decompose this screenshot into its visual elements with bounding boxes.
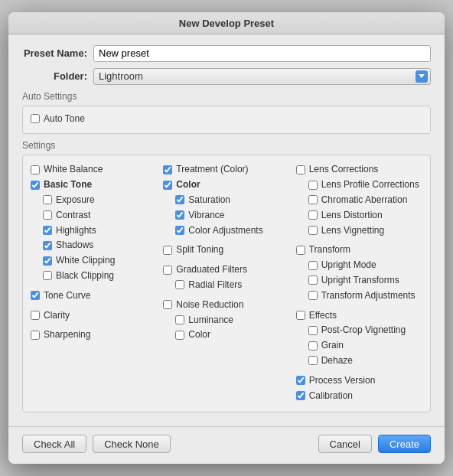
tone-curve-label: Tone Curve [44,289,90,302]
calibration-checkbox[interactable] [296,391,305,400]
luminance-checkbox[interactable] [175,315,184,324]
dehaze-checkbox[interactable] [308,356,318,365]
black-clipping-item: Black Clipping [31,269,157,282]
black-clipping-label: Black Clipping [56,269,114,282]
dehaze-label: Dehaze [321,354,353,367]
sharpening-checkbox[interactable] [31,331,40,340]
grain-item: Grain [296,339,422,352]
create-button[interactable]: Create [378,435,431,453]
graduated-filters-item: Graduated Filters [163,263,289,276]
dehaze-item: Dehaze [296,354,422,367]
footer-left-buttons: Check All Check None [22,435,171,453]
white-balance-item: White Balance [31,163,157,176]
treatment-item: Treatment (Color) [163,163,289,176]
saturation-label: Saturation [188,194,230,207]
vibrance-checkbox[interactable] [175,210,184,220]
color-item: Color [163,178,289,191]
auto-settings-label: Auto Settings [22,91,431,102]
white-clipping-checkbox[interactable] [43,256,52,266]
contrast-checkbox[interactable] [43,210,52,220]
lens-profile-label: Lens Profile Corrections [321,178,419,191]
dialog-content: Preset Name: Folder: Lightroom Auto Sett… [8,34,445,427]
check-all-button[interactable]: Check All [22,435,86,453]
highlights-item: Highlights [31,224,157,237]
upright-transforms-label: Upright Transforms [321,274,399,287]
treatment-checkbox[interactable] [163,165,172,174]
exposure-label: Exposure [56,194,95,207]
lens-distortion-item: Lens Distortion [296,209,422,222]
graduated-filters-label: Graduated Filters [176,263,247,276]
radial-filters-checkbox[interactable] [175,280,184,289]
transform-item: Transform [296,243,422,256]
auto-settings-box: Auto Tone [22,106,431,135]
calibration-label: Calibration [309,390,353,403]
preset-name-row: Preset Name: [22,45,431,62]
upright-mode-checkbox[interactable] [308,261,318,270]
upright-transforms-checkbox[interactable] [308,275,318,285]
white-balance-checkbox[interactable] [31,165,40,174]
effects-item: Effects [296,309,422,322]
chromatic-aberration-checkbox[interactable] [308,195,318,204]
basic-tone-checkbox[interactable] [31,181,40,190]
shadows-item: Shadows [31,239,157,252]
preset-name-input[interactable] [93,45,431,62]
effects-checkbox[interactable] [296,311,305,320]
color-checkbox[interactable] [163,181,172,190]
split-toning-label: Split Toning [176,243,223,256]
folder-select[interactable]: Lightroom [93,68,431,85]
saturation-checkbox[interactable] [175,195,184,204]
contrast-label: Contrast [56,209,90,222]
col3: Lens Corrections Lens Profile Correction… [296,163,422,404]
shadows-checkbox[interactable] [43,241,52,250]
highlights-checkbox[interactable] [43,226,52,235]
transform-checkbox[interactable] [296,246,305,255]
black-clipping-checkbox[interactable] [43,271,52,280]
auto-tone-item: Auto Tone [31,112,422,126]
tone-curve-item: Tone Curve [31,289,157,302]
lens-vignetting-item: Lens Vignetting [296,224,422,237]
chromatic-aberration-item: Chromatic Aberration [296,194,422,207]
auto-tone-checkbox[interactable] [31,114,40,123]
dialog-title: New Develop Preset [8,12,445,34]
check-none-button[interactable]: Check None [93,435,171,453]
color-label: Color [176,178,200,191]
tone-curve-checkbox[interactable] [31,291,40,300]
noise-reduction-label: Noise Reduction [176,298,243,311]
process-version-checkbox[interactable] [296,376,305,385]
upright-transforms-item: Upright Transforms [296,274,422,287]
vibrance-label: Vibrance [188,209,224,222]
split-toning-checkbox[interactable] [163,246,172,255]
color-adjustments-checkbox[interactable] [175,226,184,235]
cancel-button[interactable]: Cancel [318,435,372,453]
post-crop-label: Post-Crop Vignetting [321,324,406,337]
folder-label: Folder: [22,70,87,82]
exposure-checkbox[interactable] [43,195,52,204]
auto-tone-label: Auto Tone [44,112,85,126]
basic-tone-label: Basic Tone [44,178,92,191]
lens-profile-item: Lens Profile Corrections [296,178,422,191]
grain-checkbox[interactable] [308,341,318,350]
sharpening-label: Sharpening [44,328,90,341]
graduated-filters-checkbox[interactable] [163,266,172,275]
folder-row: Folder: Lightroom [22,68,431,85]
dialog: New Develop Preset Preset Name: Folder: … [8,12,445,465]
white-clipping-item: White Clipping [31,254,157,267]
saturation-item: Saturation [163,194,289,207]
settings-grid: White Balance Basic Tone Exposure Contra… [31,163,422,404]
post-crop-checkbox[interactable] [308,326,318,335]
radial-filters-label: Radial Filters [188,279,242,292]
lens-distortion-checkbox[interactable] [308,210,318,220]
lens-corrections-checkbox[interactable] [296,165,305,174]
vibrance-item: Vibrance [163,209,289,222]
noise-reduction-checkbox[interactable] [163,300,172,309]
color-nr-checkbox[interactable] [175,331,184,340]
clarity-checkbox[interactable] [31,311,40,320]
clarity-label: Clarity [44,309,70,322]
color-nr-item: Color [163,328,289,341]
color-nr-label: Color [188,328,210,341]
transform-adjustments-item: Transform Adjustments [296,289,422,302]
lens-profile-checkbox[interactable] [308,181,318,190]
clarity-item: Clarity [31,309,157,322]
lens-vignetting-checkbox[interactable] [308,226,318,235]
transform-adjustments-checkbox[interactable] [308,291,318,300]
